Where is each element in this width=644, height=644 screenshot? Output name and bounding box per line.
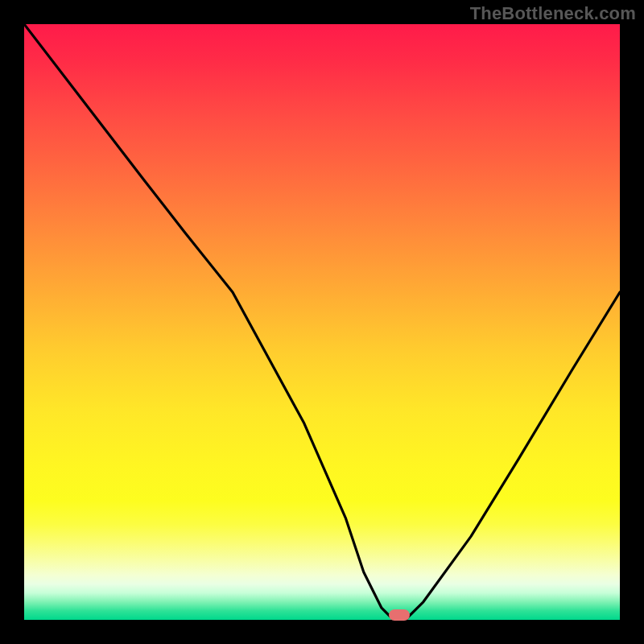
- curve-svg: [24, 24, 620, 620]
- chart-frame: TheBottleneck.com: [0, 0, 644, 644]
- watermark-text: TheBottleneck.com: [470, 3, 636, 24]
- bottleneck-curve-path: [24, 24, 620, 620]
- plot-area: [24, 24, 620, 620]
- optimal-point-marker: [389, 609, 410, 621]
